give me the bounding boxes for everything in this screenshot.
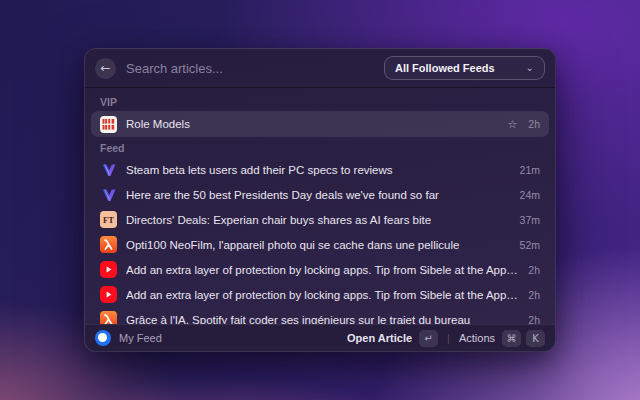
article-title: Directors' Deals: Experian chair buys sh…: [126, 214, 511, 226]
open-article-action[interactable]: Open Article: [347, 332, 412, 344]
article-title: Add an extra layer of protection by lock…: [126, 264, 519, 276]
desktop-background: ← All Followed Feeds ⌄ VIP: [0, 0, 640, 400]
command-key-icon: ⌘: [502, 330, 521, 347]
role-models-favicon: [100, 116, 117, 133]
article-time: 37m: [520, 214, 540, 226]
section-label-vip: VIP: [91, 91, 549, 111]
back-button[interactable]: ←: [95, 58, 116, 79]
article-time: 21m: [520, 164, 540, 176]
article-time: 2h: [528, 289, 540, 301]
article-row[interactable]: Add an extra layer of protection by lock…: [91, 282, 549, 307]
article-title: Role Models: [126, 118, 498, 130]
les-numeriques-icon: [100, 311, 117, 324]
article-row[interactable]: Grâce à l'IA, Spotify fait coder ses ing…: [91, 307, 549, 324]
actions-menu-button[interactable]: Actions: [459, 332, 495, 344]
article-time: 2h: [528, 118, 540, 130]
k-key-icon: K: [526, 330, 545, 347]
ft-icon: FT: [100, 211, 117, 228]
article-title: Here are the 50 best Presidents Day deal…: [126, 189, 511, 201]
article-title: Grâce à l'IA, Spotify fait coder ses ing…: [126, 314, 519, 325]
article-row[interactable]: Steam beta lets users add their PC specs…: [91, 157, 549, 182]
back-arrow-icon: ←: [100, 58, 110, 79]
article-title: Opti100 NeoFilm, l'appareil photo qui se…: [126, 239, 511, 251]
footer-separator: |: [447, 332, 450, 344]
palette-footer: My Feed Open Article ↵ | Actions ⌘ K: [85, 324, 555, 351]
feed-filter-value: All Followed Feeds: [395, 62, 495, 74]
section-label-feed: Feed: [91, 137, 549, 157]
article-row-role-models[interactable]: Role Models ☆ 2h: [91, 111, 549, 137]
les-numeriques-icon: [100, 236, 117, 253]
return-key-icon: ↵: [419, 330, 438, 347]
my-feed-app-icon: [95, 330, 111, 346]
palette-header: ← All Followed Feeds ⌄: [85, 49, 555, 87]
context-label: My Feed: [119, 332, 162, 344]
article-time: 2h: [528, 314, 540, 325]
youtube-icon: [100, 261, 117, 278]
article-row[interactable]: FT Directors' Deals: Experian chair buys…: [91, 207, 549, 232]
search-input[interactable]: [126, 61, 384, 76]
article-list: VIP Role Models ☆ 2h Feed: [85, 88, 555, 324]
article-title: Steam beta lets users add their PC specs…: [126, 164, 511, 176]
verge-icon: [100, 186, 117, 203]
article-time: 2h: [528, 264, 540, 276]
star-icon[interactable]: ☆: [507, 118, 517, 131]
verge-icon: [100, 161, 117, 178]
article-time: 24m: [520, 189, 540, 201]
article-row[interactable]: Opti100 NeoFilm, l'appareil photo qui se…: [91, 232, 549, 257]
article-row[interactable]: Add an extra layer of protection by lock…: [91, 257, 549, 282]
youtube-icon: [100, 286, 117, 303]
article-time: 52m: [520, 239, 540, 251]
feed-command-palette: ← All Followed Feeds ⌄ VIP: [84, 48, 556, 352]
article-title: Add an extra layer of protection by lock…: [126, 289, 519, 301]
article-row[interactable]: Here are the 50 best Presidents Day deal…: [91, 182, 549, 207]
chevron-down-icon: ⌄: [526, 62, 534, 73]
feed-filter-dropdown[interactable]: All Followed Feeds ⌄: [384, 56, 545, 80]
